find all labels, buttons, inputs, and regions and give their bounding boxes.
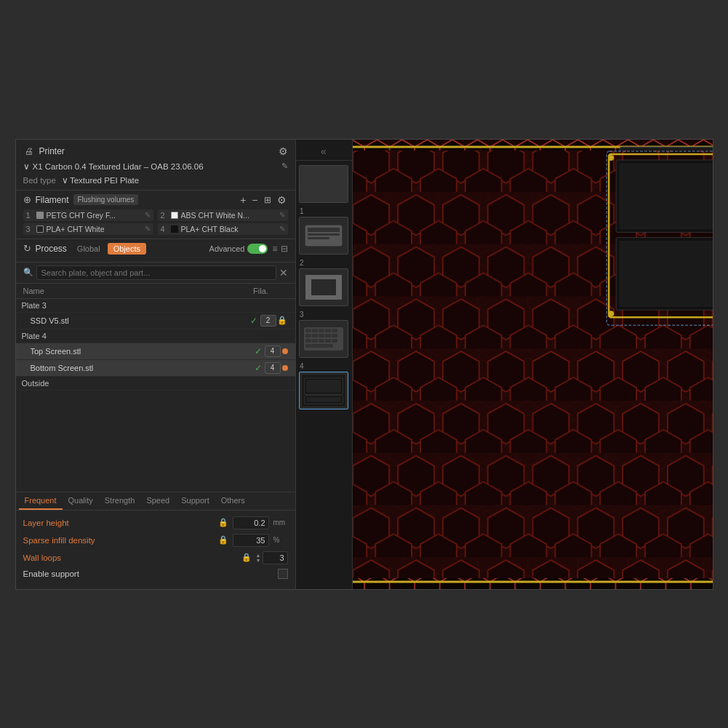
process-icon: ↻ — [23, 243, 31, 254]
layer-height-input[interactable] — [233, 516, 269, 529]
remove-filament-button[interactable]: − — [250, 194, 259, 206]
chevron-right-icon: ∨ — [23, 161, 30, 172]
col-name-header: Name — [23, 287, 243, 295]
tab-support[interactable]: Support — [175, 492, 215, 510]
viewport — [353, 140, 713, 589]
thumbnail-4-num: 4 — [297, 361, 351, 372]
layer-height-lock-icon[interactable]: 🔒 — [218, 518, 228, 527]
filament-num-1: 1 — [26, 211, 33, 220]
flushing-volumes-button[interactable]: Flushing volumes — [73, 194, 139, 205]
search-clear-button[interactable]: ✕ — [279, 267, 288, 279]
list-item-bottomscreen[interactable]: Bottom Screen.stl ✓ 4 — [16, 360, 295, 377]
svg-rect-23 — [312, 339, 318, 343]
tab-strength[interactable]: Strength — [99, 492, 141, 510]
thumbnail-3-svg — [302, 323, 345, 355]
tab-quality[interactable]: Quality — [63, 492, 99, 510]
advanced-toggle-switch[interactable] — [247, 244, 268, 254]
ssd-fila[interactable]: 2 — [260, 315, 276, 327]
ssd-lock-icon: 🔒 — [276, 316, 288, 325]
search-input[interactable] — [36, 265, 276, 280]
svg-rect-16 — [332, 329, 337, 332]
list-item-outside[interactable]: Outside — [16, 377, 295, 391]
svg-rect-3 — [308, 233, 340, 236]
process-section: ↻ Process Global Objects Advanced ≡ ⊟ — [16, 239, 295, 263]
tab-frequent[interactable]: Frequent — [19, 492, 63, 510]
list-item-ssd[interactable]: SSD V5.stl ✓ 2 🔒 — [16, 313, 295, 329]
process-header: ↻ Process Global Objects Advanced ≡ ⊟ — [23, 243, 288, 255]
svg-rect-2 — [308, 228, 340, 232]
printer-settings-icon[interactable]: ⚙ — [279, 145, 288, 157]
svg-rect-12 — [305, 329, 311, 332]
copy-filament-button[interactable]: ⊞ — [263, 195, 273, 205]
thumbnail-plate1[interactable]: 1 — [297, 206, 351, 255]
list-item-topscreen[interactable]: Top Screen.stl ✓ 4 — [16, 343, 295, 360]
filament-section: ⊕ Filament Flushing volumes + − ⊞ ⚙ 1 — [16, 191, 295, 239]
thumbnail-plate4[interactable]: 4 — [297, 361, 351, 409]
process-icon-btns: ≡ ⊟ — [272, 244, 287, 254]
enable-support-checkbox[interactable] — [278, 569, 288, 579]
filament-item-2[interactable]: 2 ABS CHT White N... ✎ — [158, 209, 288, 221]
filament-edit-1[interactable]: ✎ — [145, 211, 151, 219]
tab-others[interactable]: Others — [215, 492, 251, 510]
filament-edit-2[interactable]: ✎ — [279, 211, 285, 219]
wall-loops-input[interactable] — [263, 551, 288, 564]
printer-edit-icon[interactable]: ✎ — [281, 161, 288, 171]
thumbnail-1-img — [299, 217, 348, 255]
topscreen-fila[interactable]: 4 — [265, 345, 281, 357]
filament-settings-button[interactable]: ⚙ — [276, 194, 288, 206]
process-tab-group: Global Objects — [71, 243, 146, 255]
stepper-arrows[interactable]: ▲ ▼ — [256, 553, 261, 563]
tab-objects[interactable]: Objects — [108, 243, 146, 255]
thumbnail-blank[interactable] — [297, 165, 351, 203]
tree-view-icon[interactable]: ⊟ — [281, 244, 288, 254]
stepper-up-icon[interactable]: ▲ — [256, 553, 261, 558]
thumbnail-plate3[interactable]: 3 — [297, 309, 351, 358]
bottomscreen-check: ✓ — [252, 363, 265, 373]
thumbnail-2-img — [299, 268, 348, 306]
svg-rect-18 — [312, 334, 318, 337]
outside-name: Outside — [22, 379, 288, 388]
scrollbar-area — [279, 287, 288, 295]
svg-rect-97 — [620, 241, 713, 306]
list-item-plate4[interactable]: Plate 4 — [16, 329, 295, 343]
filament-num-3: 3 — [26, 225, 33, 233]
svg-rect-13 — [312, 329, 318, 332]
stepper-down-icon[interactable]: ▼ — [256, 558, 261, 563]
filament-row-1: 1 PETG CHT Grey F... ✎ 2 ABS CHT White N… — [23, 209, 288, 221]
collapse-thumbnails-button[interactable]: « — [296, 143, 352, 161]
svg-rect-22 — [305, 339, 311, 343]
process-label: Process — [36, 244, 67, 254]
filament-name-2: ABS CHT White N... — [181, 211, 276, 220]
svg-rect-31 — [306, 380, 341, 393]
filament-edit-3[interactable]: ✎ — [145, 225, 151, 233]
filament-edit-4[interactable]: ✎ — [279, 225, 285, 233]
svg-rect-25 — [325, 339, 331, 343]
bed-type-value[interactable]: ∨ Textured PEI Plate — [62, 175, 139, 185]
filament-color-2 — [171, 212, 178, 219]
list-item-plate3[interactable]: Plate 3 — [16, 299, 295, 313]
bottomscreen-fila[interactable]: 4 — [265, 362, 281, 374]
filament-item-1[interactable]: 1 PETG CHT Grey F... ✎ — [23, 209, 153, 221]
list-view-icon[interactable]: ≡ — [272, 244, 277, 254]
filament-color-4 — [171, 225, 178, 233]
tab-speed[interactable]: Speed — [140, 492, 175, 510]
thumbnail-plate2[interactable]: 2 — [297, 257, 351, 306]
add-filament-button[interactable]: + — [239, 194, 247, 206]
thumbnail-4-svg — [302, 375, 345, 407]
filament-item-4[interactable]: 4 PLA+ CHT Black ✎ — [158, 223, 288, 235]
object-list: Name Fila. Plate 3 SSD V5.stl ✓ 2 🔒 — [16, 284, 295, 492]
settings-content: Layer height 🔒 mm Sparse infill density … — [16, 511, 295, 589]
outer-container: 🖨 Printer ⚙ ∨ X1 Carbon 0.4 Textured Lid… — [0, 0, 728, 728]
filament-name-1: PETG CHT Grey F... — [47, 211, 142, 220]
ssd-name: SSD V5.stl — [31, 316, 247, 325]
svg-rect-32 — [306, 397, 341, 402]
infill-lock-icon[interactable]: 🔒 — [218, 535, 228, 545]
wall-loops-lock-icon[interactable]: 🔒 — [241, 553, 252, 562]
filament-item-3[interactable]: 3 PLA+ CHT White ✎ — [23, 223, 153, 235]
thumbnail-3-img — [299, 320, 348, 358]
printer-model-row: ∨ X1 Carbon 0.4 Textured Lidar – OAB 23.… — [23, 161, 288, 172]
infill-input[interactable] — [233, 534, 269, 547]
tab-global[interactable]: Global — [71, 243, 106, 255]
layer-height-label: Layer height — [23, 519, 214, 527]
topscreen-check: ✓ — [252, 346, 265, 356]
